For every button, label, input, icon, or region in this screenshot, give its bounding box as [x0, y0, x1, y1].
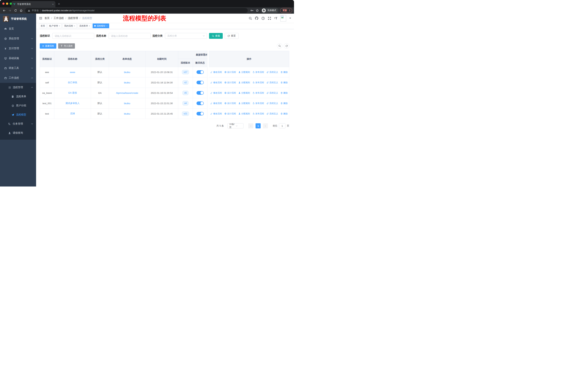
sidebar-item[interactable]: 研发工具 [0, 63, 36, 73]
row-action-publish-link[interactable]: 发布流程 [252, 71, 264, 74]
tab-close-icon[interactable]: × [52, 3, 53, 6]
active-toggle[interactable] [197, 101, 204, 105]
row-action-assign-link[interactable]: 分配规则 [238, 81, 250, 84]
row-action-assign-link[interactable]: 分配规则 [238, 91, 250, 94]
next-page-button[interactable]: › [263, 123, 268, 128]
active-toggle[interactable] [197, 112, 204, 115]
row-action-assign-link[interactable]: 分配规则 [238, 112, 250, 115]
form-info-link[interactable]: biubiu [124, 71, 130, 74]
sidebar-item[interactable]: ¥支付管理 [0, 43, 36, 53]
chrome-update-button[interactable]: 更新 ⋮ [280, 8, 292, 13]
row-action-edit-link[interactable]: 修改流程 [210, 102, 222, 105]
active-toggle[interactable] [197, 70, 204, 74]
row-action-publish-link[interactable]: 发布流程 [252, 102, 264, 105]
sidebar-item[interactable]: 用户分组 [0, 101, 36, 110]
row-action-assign-link[interactable]: 分配规则 [238, 71, 250, 74]
sidebar-item[interactable]: 请假查询 [0, 128, 36, 138]
avatar[interactable] [280, 15, 286, 21]
search-icon[interactable] [248, 16, 252, 20]
font-size-icon[interactable]: TT [274, 16, 278, 20]
avatar-caret-icon[interactable] [289, 18, 291, 19]
tag-item[interactable]: 租户管理× [48, 23, 62, 28]
goto-page-input[interactable] [279, 123, 285, 128]
row-action-edit-link[interactable]: 修改流程 [210, 91, 222, 94]
tag-close-icon[interactable]: × [89, 25, 90, 27]
row-action-edit-link[interactable]: 修改流程 [210, 71, 222, 74]
process-name-link[interactable]: 测试多审批人 [65, 102, 80, 105]
sidebar-item[interactable]: 基础设施 [0, 53, 36, 63]
tag-item[interactable]: 流程表单× [78, 23, 92, 28]
back-button[interactable] [2, 8, 7, 13]
window-close-button[interactable] [2, 2, 5, 5]
form-info-link[interactable]: biubiu [124, 81, 130, 84]
process-name-link[interactable]: 自己审批 [68, 81, 77, 84]
breadcrumb-item[interactable]: 流程管理 [68, 17, 78, 20]
sidebar-item[interactable]: 首页 [0, 24, 36, 34]
github-icon[interactable] [255, 16, 258, 20]
process-key-input[interactable] [52, 33, 94, 39]
process-name-link[interactable]: 滔博 [70, 112, 75, 115]
process-name-link[interactable]: eeee [70, 71, 75, 74]
sidebar-item[interactable]: 任务管理 [0, 119, 36, 128]
tag-item[interactable]: 我的流程× [63, 23, 77, 28]
tag-close-icon[interactable]: × [74, 25, 75, 27]
page-size-select[interactable]: 10条/页 [228, 123, 243, 128]
sidebar-toggle-icon[interactable] [39, 17, 42, 20]
row-action-definition-link[interactable]: 流程定义 [266, 102, 278, 105]
help-icon[interactable] [261, 16, 265, 20]
row-action-publish-link[interactable]: 发布流程 [252, 91, 264, 94]
row-action-design-link[interactable]: 设计流程 [224, 91, 236, 94]
chrome-menu-icon[interactable]: ⋮ [289, 9, 291, 12]
reset-button[interactable]: 重置 [225, 33, 239, 39]
forward-button[interactable] [8, 8, 12, 13]
prev-page-button[interactable]: ‹ [248, 123, 253, 128]
show-search-toggle-button[interactable] [277, 43, 282, 49]
row-action-publish-link[interactable]: 发布流程 [252, 81, 264, 84]
row-action-design-link[interactable]: 设计流程 [224, 71, 236, 74]
form-info-link[interactable]: biubiu [124, 112, 130, 115]
tag-active[interactable]: 流程模型× [93, 23, 109, 28]
sidebar-item[interactable]: 流程表单 [0, 92, 36, 101]
fullscreen-icon[interactable] [268, 16, 271, 20]
address-bar[interactable]: 不安全 dashboard.yudao.iocoder.cn/bpm/manag… [25, 8, 248, 13]
row-action-design-link[interactable]: 设计流程 [224, 112, 236, 115]
row-action-assign-link[interactable]: 分配规则 [238, 102, 250, 105]
row-action-definition-link[interactable]: 流程定义 [266, 91, 278, 94]
tag-close-icon[interactable]: × [106, 25, 107, 27]
new-tab-button[interactable]: + [58, 2, 60, 6]
row-action-delete-link[interactable]: 删除 [281, 91, 288, 94]
row-action-design-link[interactable]: 设计流程 [224, 81, 236, 84]
row-action-delete-link[interactable]: 删除 [281, 112, 288, 115]
sidebar-item[interactable]: 流程模型 [0, 110, 36, 119]
logo-row[interactable]: 芋道管理系统 [0, 14, 36, 24]
row-action-design-link[interactable]: 设计流程 [224, 102, 236, 105]
row-action-definition-link[interactable]: 流程定义 [266, 112, 278, 115]
form-info-link[interactable]: /bpm/oa/leave/create [116, 92, 138, 94]
row-action-definition-link[interactable]: 流程定义 [266, 81, 278, 84]
row-action-edit-link[interactable]: 修改流程 [210, 81, 222, 84]
breadcrumb-item[interactable]: 工作流程 [53, 17, 64, 20]
current-page-button[interactable]: 1 [256, 123, 261, 128]
category-select[interactable]: 流程分类 [165, 33, 207, 39]
import-process-button[interactable]: 导入流程 [58, 43, 75, 49]
tag-item[interactable]: 首页 [39, 23, 47, 28]
window-minimize-button[interactable] [6, 2, 8, 5]
row-action-publish-link[interactable]: 发布流程 [252, 112, 264, 115]
row-action-delete-link[interactable]: 删除 [281, 81, 288, 84]
sidebar-item[interactable]: 流程管理 [0, 83, 36, 92]
breadcrumb-item[interactable]: 首页 [44, 17, 50, 20]
refresh-table-button[interactable] [284, 43, 289, 49]
process-name-input[interactable] [109, 33, 151, 39]
sidebar-item[interactable]: 系统管理 [0, 34, 36, 43]
reload-button[interactable] [13, 8, 18, 13]
active-toggle[interactable] [197, 91, 204, 95]
row-action-definition-link[interactable]: 流程定义 [266, 71, 278, 74]
row-action-delete-link[interactable]: 删除 [281, 71, 288, 74]
sidebar-item[interactable]: 工作流程 [0, 73, 36, 83]
home-button[interactable] [19, 8, 23, 13]
browser-tab[interactable]: 芋道管理系统 × [11, 1, 55, 7]
search-button[interactable]: 搜索 [209, 33, 223, 39]
password-key-icon[interactable] [250, 9, 254, 12]
row-action-edit-link[interactable]: 修改流程 [210, 112, 222, 115]
tag-close-icon[interactable]: × [59, 25, 60, 27]
